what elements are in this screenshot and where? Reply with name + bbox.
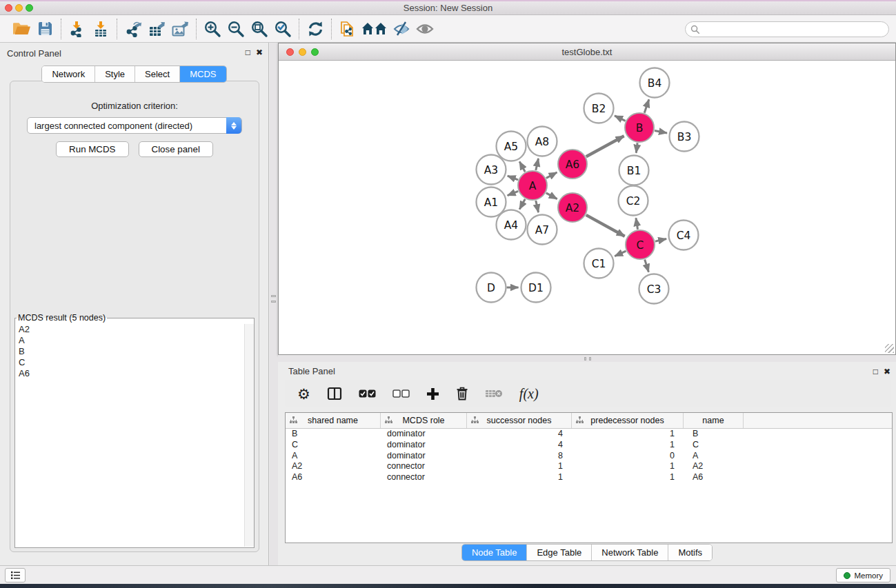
table-cell[interactable]: 4: [467, 429, 572, 440]
tab-edge-table[interactable]: Edge Table: [527, 545, 592, 560]
table-cell[interactable]: 0: [572, 451, 684, 462]
export-image-icon[interactable]: [168, 18, 192, 40]
graph-edge-A-A2[interactable]: [546, 193, 557, 199]
zoom-out-icon[interactable]: [224, 18, 248, 40]
graph-edge-A-A3[interactable]: [508, 176, 518, 180]
refresh-icon[interactable]: [303, 18, 327, 40]
table-cell[interactable]: A: [286, 451, 381, 462]
node-table[interactable]: shared nameMCDS rolesuccessor nodesprede…: [285, 412, 893, 543]
mcds-result-list[interactable]: A2ABCA6: [16, 324, 243, 547]
open-session-icon[interactable]: [10, 18, 33, 40]
table-row[interactable]: Cdominator41C: [286, 440, 892, 451]
table-cell[interactable]: dominator: [381, 440, 467, 451]
table-cell[interactable]: 1: [467, 472, 572, 483]
table-cell[interactable]: 8: [467, 451, 572, 462]
graph-edge-A-A4[interactable]: [519, 199, 525, 210]
graph-edge-C-C4[interactable]: [655, 239, 666, 242]
delete-icon[interactable]: [456, 387, 468, 401]
table-cell[interactable]: C: [684, 440, 744, 451]
tab-style[interactable]: Style: [95, 66, 135, 82]
graph-edge-A-A8[interactable]: [536, 159, 539, 170]
mcds-result-item[interactable]: B: [16, 346, 243, 357]
function-builder-icon[interactable]: f(x): [519, 386, 539, 402]
table-cell[interactable]: A2: [684, 461, 744, 472]
column-header-name[interactable]: name: [684, 413, 744, 428]
table-cell[interactable]: A: [684, 451, 744, 462]
graph-edge-B-B2[interactable]: [615, 116, 626, 121]
column-header-shared-name[interactable]: shared name: [286, 413, 381, 428]
delete-table-icon[interactable]: [485, 389, 503, 398]
table-row[interactable]: Bdominator41B: [286, 429, 892, 440]
graph-edge-A-A6[interactable]: [546, 172, 557, 178]
graph-edge-A2-C[interactable]: [586, 215, 625, 236]
table-row[interactable]: A2connector11A2: [286, 461, 892, 472]
tab-mcds[interactable]: MCDS: [180, 66, 226, 82]
home-layout-icon[interactable]: [359, 18, 390, 40]
table-cell[interactable]: 1: [572, 440, 684, 451]
table-cell[interactable]: dominator: [381, 429, 467, 440]
mcds-result-item[interactable]: A: [16, 335, 243, 346]
column-header-MCDS-role[interactable]: MCDS role: [381, 413, 467, 428]
tab-network-table[interactable]: Network Table: [592, 545, 668, 560]
graph-edge-B-B4[interactable]: [644, 99, 649, 113]
add-icon[interactable]: [426, 387, 439, 401]
search-field[interactable]: [685, 21, 889, 37]
table-cell[interactable]: connector: [381, 472, 467, 483]
table-cell[interactable]: A6: [286, 472, 381, 483]
mcds-result-item[interactable]: A2: [16, 324, 243, 335]
table-cell[interactable]: 4: [467, 440, 572, 451]
table-cell[interactable]: dominator: [381, 451, 467, 462]
search-input[interactable]: [700, 23, 888, 36]
table-cell[interactable]: C: [286, 440, 381, 451]
table-cell[interactable]: B: [286, 429, 381, 440]
memory-button[interactable]: Memory: [836, 568, 890, 582]
column-settings-icon[interactable]: ⚙: [297, 387, 310, 401]
mcds-result-scrollbar[interactable]: [244, 324, 254, 547]
table-cell[interactable]: 1: [467, 461, 572, 472]
close-panel-icon[interactable]: ✖: [256, 48, 263, 57]
network-canvas[interactable]: B4B2BB3A5A8A6B1A3AA1C2A2A4A7C4CC1C3DD1: [279, 61, 895, 354]
table-cell[interactable]: 1: [572, 429, 684, 440]
table-cell[interactable]: B: [684, 429, 744, 440]
mcds-result-item[interactable]: C: [16, 357, 243, 368]
zoom-fit-icon[interactable]: [248, 18, 271, 40]
tab-node-table[interactable]: Node Table: [462, 545, 528, 560]
vertical-splitter[interactable]: [270, 43, 278, 565]
clone-network-icon[interactable]: [336, 18, 359, 40]
export-network-icon[interactable]: [121, 18, 145, 40]
table-cell[interactable]: A6: [684, 472, 744, 483]
horizontal-splitter[interactable]: [278, 355, 896, 362]
show-column-icon[interactable]: [327, 387, 342, 401]
graph-edge-C-C2[interactable]: [636, 218, 638, 230]
table-cell[interactable]: 1: [572, 461, 684, 472]
graph-edge-A-A7[interactable]: [536, 201, 539, 212]
save-session-icon[interactable]: [33, 18, 57, 40]
table-row[interactable]: A6connector11A6: [286, 472, 892, 483]
window-resize-grip[interactable]: [885, 344, 894, 353]
import-network-icon[interactable]: [66, 18, 89, 40]
close-table-panel-icon[interactable]: ✖: [884, 367, 890, 376]
graph-edge-A-A1[interactable]: [508, 191, 518, 195]
deselect-all-icon[interactable]: [392, 389, 410, 398]
zoom-selected-icon[interactable]: [271, 18, 295, 40]
mcds-result-item[interactable]: A6: [16, 368, 243, 379]
close-panel-button[interactable]: Close panel: [139, 141, 213, 157]
graph-edge-B-B1[interactable]: [636, 143, 637, 152]
tab-motifs[interactable]: Motifs: [668, 545, 712, 560]
zoom-in-icon[interactable]: [201, 18, 224, 40]
graph-edge-C-C1[interactable]: [615, 251, 626, 256]
import-table-icon[interactable]: [89, 18, 112, 40]
show-all-icon[interactable]: [413, 18, 437, 40]
graph-edge-B-B3[interactable]: [655, 130, 667, 133]
graph-edge-A6-B[interactable]: [586, 136, 624, 156]
float-table-panel-icon[interactable]: □: [873, 367, 878, 376]
column-header-predecessor-nodes[interactable]: predecessor nodes: [572, 413, 684, 428]
table-row[interactable]: Adominator80A: [286, 451, 892, 462]
optimization-criterion-select[interactable]: largest connected component (directed): [27, 117, 242, 134]
hide-selected-icon[interactable]: [390, 18, 413, 40]
tab-select[interactable]: Select: [135, 66, 180, 82]
run-mcds-button[interactable]: Run MCDS: [56, 141, 128, 157]
select-all-icon[interactable]: [359, 389, 376, 398]
column-header-successor-nodes[interactable]: successor nodes: [467, 413, 572, 428]
graph-edge-A-A5[interactable]: [519, 161, 525, 172]
